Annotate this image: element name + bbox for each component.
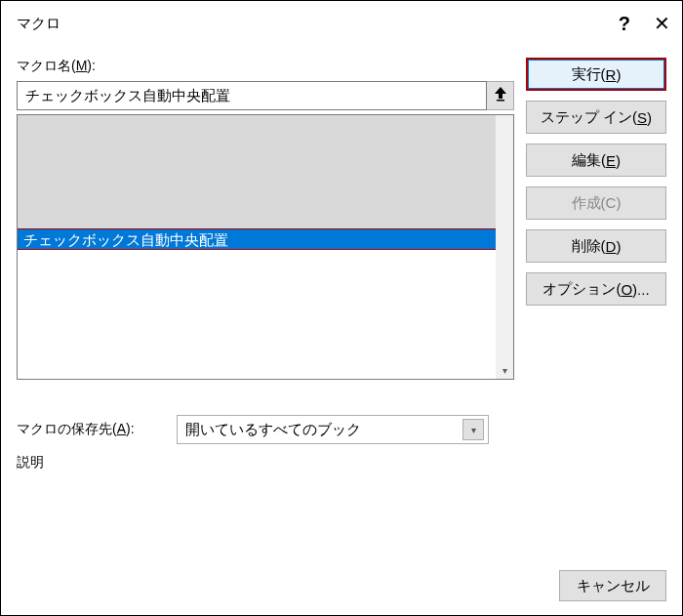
cancel-button[interactable]: キャンセル <box>559 570 666 601</box>
macro-name-label: マクロ名(M): <box>17 58 514 75</box>
macro-list[interactable]: チェックボックス自動中央配置 <box>17 114 514 380</box>
arrow-up-icon <box>494 86 507 106</box>
macro-name-input[interactable] <box>17 81 487 110</box>
title-bar: マクロ ? ✕ <box>1 1 682 46</box>
list-item-selected[interactable]: チェックボックス自動中央配置 <box>17 228 514 250</box>
close-icon[interactable]: ✕ <box>654 12 670 35</box>
title-actions: ? ✕ <box>619 12 670 35</box>
run-button[interactable]: 実行(R) <box>526 58 666 91</box>
step-in-button[interactable]: ステップ イン(S) <box>526 101 666 134</box>
chevron-down-icon[interactable]: ▾ <box>496 361 513 379</box>
dialog-content: マクロ名(M): チェックボックス自動中央配置 ▾ <box>1 46 682 483</box>
storage-selected: 開いているすべてのブック <box>185 421 361 439</box>
storage-dropdown[interactable]: 開いているすべてのブック ▾ <box>177 415 489 444</box>
macro-list-container: チェックボックス自動中央配置 ▾ <box>17 114 514 380</box>
help-icon[interactable]: ? <box>619 13 630 35</box>
description-label: 説明 <box>17 454 666 472</box>
list-empty-area <box>18 115 513 228</box>
options-button[interactable]: オプション(O)... <box>526 272 666 306</box>
scrollbar[interactable]: ▾ <box>496 115 513 379</box>
dialog-title: マクロ <box>17 15 60 33</box>
chevron-down-icon: ▾ <box>462 419 484 440</box>
edit-button[interactable]: 編集(E) <box>526 144 666 177</box>
delete-button[interactable]: 削除(D) <box>526 229 666 263</box>
storage-label: マクロの保存先(A): <box>17 421 167 438</box>
go-to-macro-button[interactable] <box>487 81 514 110</box>
create-button: 作成(C) <box>526 186 666 220</box>
